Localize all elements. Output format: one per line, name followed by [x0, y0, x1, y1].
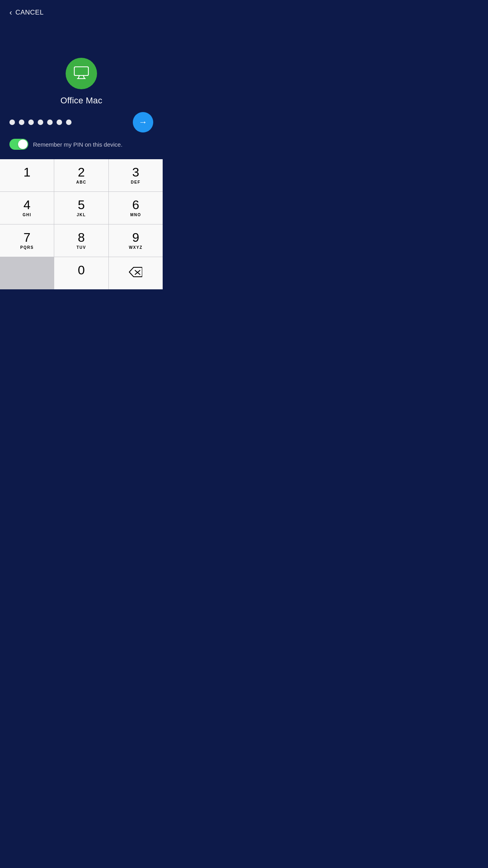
key-number: 7 [24, 231, 31, 245]
svg-line-2 [83, 75, 84, 79]
key-letters: PQRS [20, 245, 33, 250]
keypad: 1 2 ABC 3 DEF 4 GHI 5 JKL 6 MNO 7 PQRS 8… [0, 159, 163, 289]
key-2[interactable]: 2 ABC [54, 159, 108, 191]
key-letters: ABC [76, 180, 86, 185]
device-icon-circle [66, 58, 97, 89]
key-letters: WXYZ [129, 245, 143, 250]
key-number: 9 [132, 231, 139, 245]
pin-dot [66, 120, 72, 125]
pin-dot [47, 120, 53, 125]
pin-dot [9, 120, 15, 125]
delete-button[interactable] [109, 257, 163, 289]
remember-pin-toggle[interactable] [9, 139, 28, 150]
pin-dot [19, 120, 24, 125]
toggle-thumb [18, 140, 28, 149]
back-chevron-icon: ‹ [9, 8, 12, 17]
key-7[interactable]: 7 PQRS [0, 224, 54, 257]
svg-rect-0 [74, 67, 88, 75]
key-empty [0, 257, 54, 289]
device-name: Office Mac [61, 96, 103, 106]
key-number: 8 [78, 231, 85, 245]
key-letters: DEF [131, 180, 141, 185]
key-letters: JKL [77, 213, 86, 218]
key-letters: TUV [77, 245, 86, 250]
key-number: 2 [78, 166, 85, 179]
pin-dot [57, 120, 62, 125]
top-section: ‹ CANCEL Office Mac [0, 0, 163, 159]
key-number: 6 [132, 198, 139, 212]
arrow-right-icon: → [139, 117, 147, 127]
key-3[interactable]: 3 DEF [109, 159, 163, 191]
cancel-button[interactable]: ‹ CANCEL [6, 6, 47, 18]
key-letters: GHI [23, 213, 31, 218]
key-number: 5 [78, 198, 85, 212]
key-0[interactable]: 0 [54, 257, 108, 289]
key-9[interactable]: 9 WXYZ [109, 224, 163, 257]
delete-icon [129, 267, 142, 280]
pin-dot [38, 120, 43, 125]
remember-label: Remember my PIN on this device. [33, 141, 123, 148]
key-letters: MNO [130, 213, 141, 218]
key-1[interactable]: 1 [0, 159, 54, 191]
key-8[interactable]: 8 TUV [54, 224, 108, 257]
key-5[interactable]: 5 JKL [54, 192, 108, 224]
key-number: 1 [24, 166, 31, 179]
cancel-label: CANCEL [15, 9, 44, 17]
key-number: 0 [78, 263, 85, 277]
monitor-icon [74, 66, 89, 81]
pin-dots-container [9, 120, 127, 125]
remember-row: Remember my PIN on this device. [0, 139, 163, 150]
submit-pin-button[interactable]: → [133, 112, 153, 132]
key-number: 4 [24, 198, 31, 212]
svg-line-1 [78, 75, 79, 79]
pin-dot [28, 120, 34, 125]
device-info: Office Mac [61, 58, 103, 106]
pin-entry-row: → [0, 112, 163, 132]
key-number: 3 [132, 166, 139, 179]
key-4[interactable]: 4 GHI [0, 192, 54, 224]
key-6[interactable]: 6 MNO [109, 192, 163, 224]
